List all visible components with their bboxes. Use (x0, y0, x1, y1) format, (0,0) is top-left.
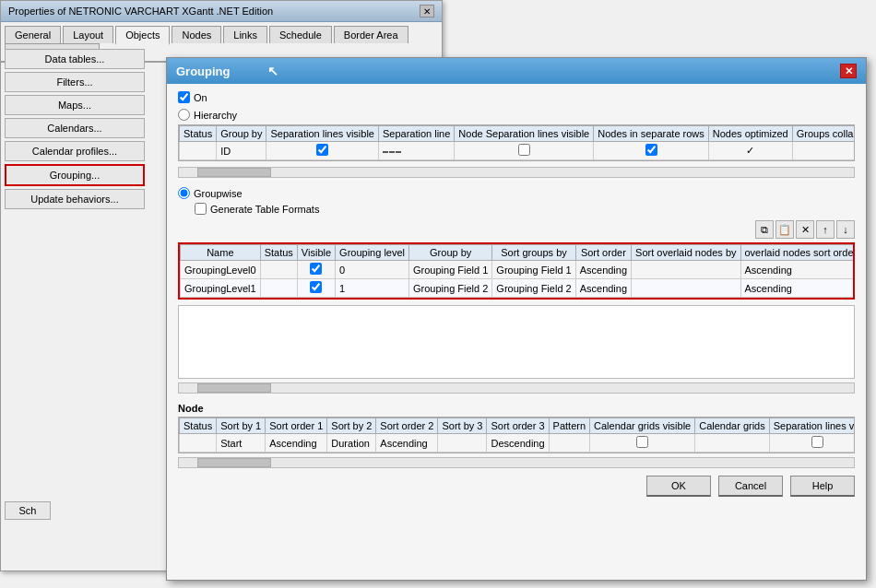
sep-lines-check[interactable] (316, 144, 328, 156)
level-table-scrollbar[interactable] (178, 382, 855, 394)
paste-button[interactable]: 📋 (775, 220, 794, 239)
level-sortgroupsby-0: Grouping Field 1 (492, 261, 575, 279)
upper-cell-nodes-rows (594, 142, 709, 160)
help-button[interactable]: Help (790, 476, 855, 497)
on-label[interactable]: On (194, 92, 207, 103)
hierarchy-radio-row: Hierarchy (178, 109, 855, 121)
node-sortorder1: Ascending (266, 434, 327, 453)
level-status-0 (260, 261, 297, 279)
upper-table-scrollbar[interactable] (178, 167, 855, 178)
upper-col-groupby: Group by (217, 126, 266, 142)
upper-cell-groups-colla (792, 142, 855, 160)
delete-button[interactable]: ✕ (796, 220, 814, 239)
node-col-calgridvis: Calendar grids visible (590, 418, 695, 434)
grouping-button[interactable]: Grouping... (5, 164, 145, 186)
level-visible-0 (297, 261, 335, 279)
hierarchy-label[interactable]: Hierarchy (194, 110, 237, 121)
level-table-empty-area (178, 305, 855, 379)
groupwise-radio[interactable] (178, 187, 190, 199)
level-visible-check-0[interactable] (310, 263, 322, 275)
level-col-groupby: Group by (409, 245, 492, 261)
calendar-profiles-button[interactable]: Calendar profiles... (5, 141, 145, 161)
node-table-container: Status Sort by 1 Sort order 1 Sort by 2 … (178, 417, 855, 453)
level-col-sortorder: Sort order (575, 245, 631, 261)
level-level-1: 1 (336, 279, 409, 298)
node-col-sortorder3: Sort order 3 (487, 418, 549, 434)
cursor-indicator: ↖ (267, 64, 278, 78)
sep-lines-vis-check[interactable] (811, 436, 823, 448)
node-table-row-0: Start Ascending Duration Ascending Desce… (180, 434, 856, 453)
grouping-titlebar: Grouping ↖ ✕ (167, 58, 866, 84)
cancel-button[interactable]: Cancel (718, 476, 783, 497)
node-sortby3 (438, 434, 487, 453)
node-col-sortorder1: Sort order 1 (266, 418, 327, 434)
grouping-close-button[interactable]: ✕ (840, 64, 857, 78)
node-status (180, 434, 217, 453)
dialog-footer: OK Cancel Help (178, 476, 855, 497)
node-col-sortby1: Sort by 1 (217, 418, 266, 434)
upper-cell-sep-line (378, 142, 454, 160)
outer-title: Properties of NETRONIC VARCHART XGantt .… (8, 6, 273, 17)
tab-border-area[interactable]: Border Area (334, 26, 408, 43)
node-sep-check[interactable] (518, 144, 530, 156)
calendars-button[interactable]: Calendars... (5, 118, 145, 138)
level-table: Name Status Visible Grouping level Group… (180, 244, 855, 298)
node-col-sortby2: Sort by 2 (327, 418, 376, 434)
level-visible-check-1[interactable] (310, 281, 322, 293)
node-sortorder3: Descending (487, 434, 549, 453)
grouping-dialog: Grouping ↖ ✕ On Hierarchy Status Group b… (166, 57, 867, 581)
update-behaviors-button[interactable]: Update behaviors... (5, 189, 145, 209)
level-visible-1 (297, 279, 335, 298)
hierarchy-radio[interactable] (178, 109, 190, 121)
outer-close-button[interactable]: ✕ (420, 5, 434, 18)
outer-titlebar: Properties of NETRONIC VARCHART XGantt .… (1, 1, 442, 22)
gen-table-formats-label[interactable]: Generate Table Formats (210, 204, 319, 215)
move-up-button[interactable]: ↑ (816, 220, 835, 239)
maps-button[interactable]: Maps... (5, 95, 145, 115)
groupwise-label[interactable]: Groupwise (194, 188, 243, 199)
upper-cell-nodes-opt: ✓ (708, 142, 792, 160)
tab-objects[interactable]: Objects (115, 26, 170, 45)
upper-cell-sep-lines (266, 142, 379, 160)
node-seplines (769, 434, 855, 453)
upper-col-nodes-sep-rows: Nodes in separate rows (594, 126, 709, 142)
sch-button[interactable]: Sch (5, 501, 51, 520)
move-down-button[interactable]: ↓ (836, 220, 855, 239)
node-calgrids (695, 434, 770, 453)
node-sortorder2: Ascending (376, 434, 438, 453)
tab-layout[interactable]: Layout (63, 26, 113, 43)
level-sortoverlaid-1 (632, 279, 740, 298)
upper-cell-groupby: ID (217, 142, 266, 160)
copy-button[interactable]: ⧉ (755, 220, 774, 239)
cal-grid-vis-check[interactable] (636, 436, 648, 448)
level-name-1: GroupingLevel1 (181, 279, 261, 298)
ok-button[interactable]: OK (646, 476, 711, 497)
upper-col-groups-colla: Groups colla (792, 126, 855, 142)
nodes-rows-check[interactable] (645, 144, 657, 156)
groupwise-radio-row: Groupwise (178, 187, 855, 199)
data-tables-button[interactable]: Data tables... (5, 49, 145, 69)
level-sortorder-0: Ascending (575, 261, 631, 279)
filters-button[interactable]: Filters... (5, 72, 145, 92)
upper-col-nodes-opt: Nodes optimized (708, 126, 792, 142)
level-table-row-1: GroupingLevel1 1 Grouping Field 2 Groupi… (181, 279, 856, 298)
upper-cell-node-sep (455, 142, 594, 160)
node-scroll-thumb (197, 458, 271, 467)
node-table-scrollbar[interactable] (178, 457, 855, 468)
toolbar-row: ⧉ 📋 ✕ ↑ ↓ (178, 220, 855, 239)
on-checkbox-row: On (178, 91, 855, 103)
grouping-body: On Hierarchy Status Group by Separation … (167, 84, 866, 504)
on-checkbox[interactable] (178, 91, 190, 103)
upper-scroll-thumb (197, 168, 271, 177)
level-level-0: 0 (336, 261, 409, 279)
level-overlaid-order-0: Ascending (740, 261, 855, 279)
upper-col-status: Status (180, 126, 217, 142)
sch-area: Sch (5, 501, 51, 520)
tab-nodes[interactable]: Nodes (172, 26, 221, 43)
tab-links[interactable]: Links (223, 26, 267, 43)
grouping-title: Grouping (176, 65, 231, 78)
gen-table-formats-checkbox[interactable] (195, 203, 207, 215)
level-name-0: GroupingLevel0 (181, 261, 261, 279)
tab-general[interactable]: General (5, 26, 61, 43)
tab-schedule[interactable]: Schedule (269, 26, 332, 43)
